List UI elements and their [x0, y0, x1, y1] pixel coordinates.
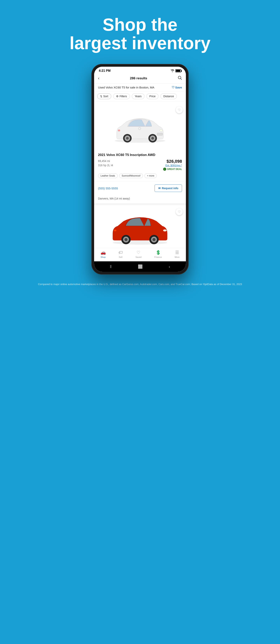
more-label: More	[174, 256, 180, 258]
car-mileage: 69,454 mi	[98, 159, 113, 163]
svg-point-16	[124, 238, 128, 241]
shop-icon: 🚗	[100, 250, 106, 255]
hero-line1: Shop the	[103, 15, 178, 34]
great-deal-badge: ↑ GREAT DEAL	[163, 168, 182, 171]
saved-label: Saved	[136, 256, 142, 258]
bottom-nav: 🚗 Shop 🏷 Sell ♡ Saved 💲 Finance ☰ M	[94, 248, 186, 261]
svg-point-20	[163, 230, 167, 232]
svg-point-13	[113, 241, 167, 244]
filters-icon: ⚙	[116, 95, 118, 98]
distance-pill[interactable]: Distance	[160, 93, 177, 99]
hero-title: Shop the largest inventory	[50, 16, 230, 52]
car-engine: 316 hp 2L I4	[98, 163, 113, 168]
android-recents-icon[interactable]: ⦀	[110, 264, 112, 269]
distance-label: Distance	[163, 95, 174, 98]
listing-area: ♡	[94, 103, 186, 248]
shop-label: Shop	[100, 256, 106, 258]
request-info-label: Request info	[162, 187, 178, 190]
search-button[interactable]	[178, 76, 182, 81]
car-card-1: ♡	[94, 103, 186, 203]
location-text-1: Danvers, MA (14 mi away)	[98, 197, 130, 200]
sort-pill[interactable]: ⇅ Sort	[97, 93, 111, 99]
favorite-button-1[interactable]: ♡	[176, 106, 183, 113]
footer-note: Compared to major online automotive mark…	[26, 282, 254, 286]
car-image-container-1: ♡	[94, 103, 186, 150]
filters-label: Filters	[120, 95, 127, 98]
great-deal-icon: ↑	[163, 168, 166, 171]
svg-point-21	[114, 230, 116, 232]
sell-label: Sell	[119, 256, 122, 258]
android-back-icon[interactable]: ‹	[169, 264, 170, 269]
phone-mockup: 4:21 PM ‹ 286	[92, 64, 188, 274]
android-home-icon[interactable]: ⬜	[138, 264, 143, 269]
car-specs-1: 69,454 mi 316 hp 2L I4	[98, 159, 113, 168]
car-illustration-white	[109, 110, 171, 143]
back-button[interactable]: ‹	[98, 76, 99, 81]
years-label: Years	[135, 95, 142, 98]
years-pill[interactable]: Years	[132, 93, 144, 99]
wifi-icon	[171, 70, 174, 72]
phone-link-1[interactable]: (555) 555-5555	[98, 187, 118, 190]
favorite-button-2[interactable]: ♡	[176, 208, 183, 215]
car-title-1: 2021 Volvo XC60 T5 Inscription AWD	[98, 153, 182, 157]
car-card-2: ♡	[94, 205, 186, 248]
svg-point-5	[126, 137, 129, 140]
svg-point-11	[118, 130, 120, 132]
nav-item-sell[interactable]: 🏷 Sell	[118, 250, 123, 258]
footer-text: Compared to major online automotive mark…	[38, 283, 242, 286]
results-count: 286 results	[130, 76, 147, 80]
nav-bar: ‹ 286 results	[94, 74, 186, 84]
status-bar: 4:21 PM	[94, 67, 186, 74]
car-image-2	[94, 205, 186, 248]
car-info-row-1: 69,454 mi 316 hp 2L I4 $26,098 Est. $391…	[98, 159, 182, 171]
status-time: 4:21 PM	[99, 69, 110, 72]
price-label: Price	[149, 95, 156, 98]
great-deal-label: GREAT DEAL	[167, 168, 182, 170]
car-illustration-red	[107, 208, 173, 245]
nav-item-finance[interactable]: 💲 Finance	[154, 250, 162, 258]
status-icons	[171, 69, 181, 72]
svg-point-2	[115, 139, 165, 143]
search-query: Used Volvo XC60 T5 for sale in Boston, M…	[98, 86, 154, 89]
save-label: Save	[175, 86, 182, 89]
sell-icon: 🏷	[118, 250, 123, 255]
sort-arrows-icon: ⇅	[100, 95, 102, 98]
more-icon: ☰	[175, 250, 179, 255]
price-pill[interactable]: Price	[146, 93, 158, 99]
filter-pills: ⇅ Sort ⚙ Filters Years Price Distance	[94, 92, 186, 101]
finance-icon: 💲	[156, 250, 161, 255]
svg-point-8	[151, 137, 154, 140]
svg-point-10	[160, 130, 162, 132]
location-row-1: Danvers, MA (14 mi away)	[94, 195, 186, 203]
saved-icon: ♡	[136, 250, 140, 255]
tag-leather: Leather Seats	[98, 174, 118, 178]
save-button[interactable]: ♡ Save	[172, 86, 182, 89]
nav-item-more[interactable]: ☰ More	[174, 250, 180, 258]
svg-point-19	[152, 238, 156, 241]
est-monthly-1[interactable]: Est. $391/mo.*	[163, 164, 182, 167]
svg-rect-12	[157, 133, 162, 135]
search-label-row: Used Volvo XC60 T5 for sale in Boston, M…	[94, 84, 186, 92]
car-price-block-1: $26,098 Est. $391/mo.* ↑ GREAT DEAL	[163, 159, 182, 171]
car-image-1	[98, 107, 182, 146]
finance-label: Finance	[154, 256, 162, 258]
phone-bottom-bar: ⦀ ⬜ ‹	[94, 261, 186, 272]
car-tags-1: Leather Seats Sunroof/Moonroof + more	[98, 174, 182, 178]
car-details-1: 2021 Volvo XC60 T5 Inscription AWD 69,45…	[94, 150, 186, 181]
envelope-icon: ✉	[158, 187, 160, 190]
sort-label: Sort	[103, 95, 108, 98]
car-actions-1: (555) 555-5555 ✉ Request info	[94, 181, 186, 195]
tag-more[interactable]: + more	[144, 174, 157, 178]
battery-icon	[176, 69, 181, 72]
hero-line2: largest inventory	[70, 34, 210, 53]
filters-pill[interactable]: ⚙ Filters	[113, 93, 130, 99]
car-price-1: $26,098	[163, 159, 182, 164]
nav-item-shop[interactable]: 🚗 Shop	[100, 250, 106, 258]
svg-line-1	[180, 78, 182, 80]
nav-item-saved[interactable]: ♡ Saved	[136, 250, 142, 258]
heart-icon: ♡	[172, 86, 174, 89]
request-info-button-1[interactable]: ✉ Request info	[154, 184, 182, 192]
tag-sunroof: Sunroof/Moonroof	[119, 174, 143, 178]
